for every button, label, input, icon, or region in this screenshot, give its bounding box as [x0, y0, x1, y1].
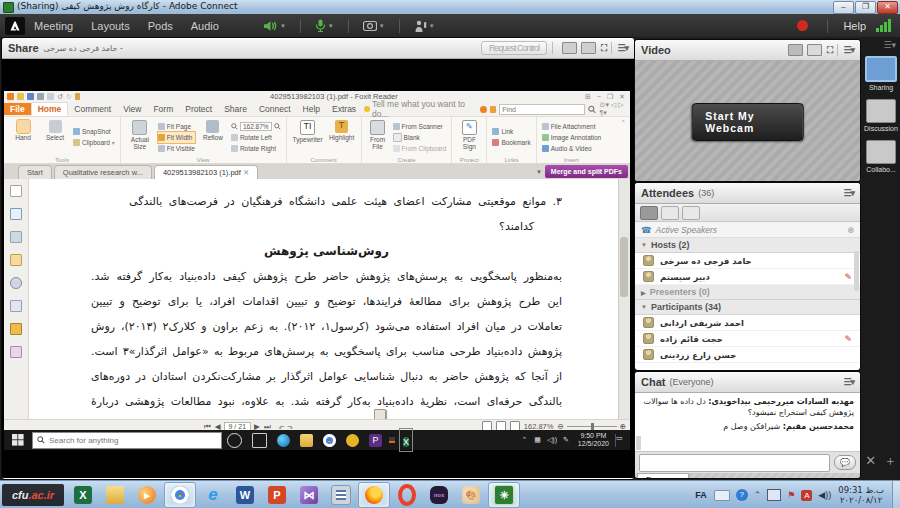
attendee-row[interactable]: دبیر سیستم✎: [635, 269, 860, 285]
language-indicator[interactable]: FA: [695, 490, 707, 500]
fit-visible-button[interactable]: Fit Visible: [158, 143, 195, 154]
attendee-row[interactable]: حجت قائم زاده✎: [635, 331, 860, 347]
excel-taskbar-icon[interactable]: X: [399, 428, 413, 452]
fit-width-button[interactable]: Fit Width: [158, 132, 195, 143]
image-annotation-button[interactable]: Image Annotation: [542, 132, 602, 143]
file-explorer-icon[interactable]: [300, 434, 313, 447]
doc-tab-qualitative[interactable]: Qualitative research w...: [54, 165, 152, 179]
attendee-status-view-button[interactable]: [682, 206, 700, 220]
active-speakers-close-icon[interactable]: ⊗: [847, 225, 854, 235]
close-tab-icon[interactable]: ✕: [243, 168, 249, 177]
nav-security-icon[interactable]: [10, 323, 22, 335]
from-file-button[interactable]: From File: [366, 119, 390, 155]
clock[interactable]: 09:31 ب.ظ۲۰۲۰/۰۸/۱۲: [838, 485, 884, 505]
foxit-tab-file[interactable]: File: [4, 103, 31, 115]
webcam-button[interactable]: ▼: [360, 19, 388, 33]
chrome-icon[interactable]: [323, 434, 336, 447]
taskbar-ie-icon[interactable]: e: [198, 483, 228, 507]
chat-send-button[interactable]: 💬: [834, 455, 856, 470]
tell-me-box[interactable]: Tell me what you want to do...: [372, 99, 481, 119]
nav-bookmarks-icon[interactable]: [10, 185, 22, 197]
foxit-tab-view[interactable]: View: [117, 103, 147, 115]
foxit-tab-comment[interactable]: Comment: [68, 103, 117, 115]
taskbar-kmplayer-icon[interactable]: ⋈: [294, 483, 324, 507]
zoom-slider[interactable]: [567, 426, 617, 427]
close-button[interactable]: ✕: [877, 1, 898, 14]
layout-discussion-thumbnail[interactable]: [866, 99, 896, 123]
menu-audio[interactable]: Audio: [191, 20, 219, 32]
chat-scrollbar[interactable]: [636, 436, 641, 450]
blank-button[interactable]: Blank: [393, 132, 447, 143]
page-view-tools[interactable]: ⊙▾ ◁ ▷ ¶▾: [600, 101, 630, 117]
select-tool[interactable]: Select: [40, 119, 70, 155]
nav-comments-icon[interactable]: [10, 254, 22, 266]
link-button[interactable]: Link: [492, 126, 530, 137]
video-grid-view-icon[interactable]: [788, 44, 803, 56]
foxit-tab-home[interactable]: Home: [31, 102, 69, 116]
snapshot-tool[interactable]: SnapShot: [73, 126, 115, 137]
menu-pods[interactable]: Pods: [148, 20, 173, 32]
doc-tab-current[interactable]: 4029513982103 (1).pdf ✕: [154, 165, 258, 179]
layouts-menu-icon[interactable]: ☰▾: [862, 37, 900, 56]
nav-pages-icon[interactable]: [10, 208, 22, 220]
antivirus-tray-icon[interactable]: A: [801, 490, 812, 501]
help-tray-icon[interactable]: ?: [736, 489, 748, 501]
tray-chevron-icon[interactable]: ⌃: [521, 436, 527, 444]
taskbar-nox-icon[interactable]: nox: [424, 483, 454, 507]
presenters-section-header[interactable]: ▶Presenters (0): [635, 285, 860, 300]
microphone-button[interactable]: ▼: [312, 18, 337, 33]
layout-sharing-thumbnail[interactable]: [865, 56, 897, 82]
cortana-icon[interactable]: [227, 433, 242, 448]
ribbon-collapse-icon[interactable]: ⌃: [617, 117, 630, 163]
video-fullscreen-icon[interactable]: ⛶: [827, 45, 832, 56]
hidden-icons-chevron[interactable]: ⌃: [754, 490, 762, 500]
powerpoint-like-icon[interactable]: P: [369, 434, 382, 447]
actual-size-button[interactable]: Actual Size: [125, 119, 155, 155]
flag-icon[interactable]: [490, 106, 496, 113]
nav-stamps-icon[interactable]: [10, 300, 22, 312]
menu-meeting[interactable]: Meeting: [34, 20, 73, 32]
add-layout-icon[interactable]: ＋: [884, 453, 897, 468]
foxit-taskbar-icon[interactable]: [389, 437, 395, 443]
help-menu[interactable]: Help: [843, 20, 866, 32]
share-view-icon[interactable]: [562, 42, 577, 54]
set-status-button[interactable]: ▼: [411, 19, 438, 33]
rotate-right-button[interactable]: Rotate Right: [231, 143, 281, 154]
taskbar-mediaplayer-icon[interactable]: ▸: [132, 483, 162, 507]
taskbar-paint-icon[interactable]: 🎨: [456, 483, 486, 507]
rotate-left-button[interactable]: Rotate Left: [231, 132, 281, 143]
task-view-icon[interactable]: [252, 433, 267, 448]
idm-icon[interactable]: [346, 434, 359, 447]
save-icon[interactable]: [27, 93, 34, 100]
tray-pen-icon[interactable]: ✎: [563, 436, 569, 444]
fullscreen-icon[interactable]: ⛶: [601, 43, 606, 54]
nav-layers-icon[interactable]: [10, 231, 22, 243]
share-view2-icon[interactable]: [581, 42, 596, 54]
volume-tray-icon[interactable]: ◀)): [818, 490, 831, 500]
bookmark-button[interactable]: Bookmark: [492, 137, 530, 148]
tray-volume-icon[interactable]: ◁)): [547, 436, 557, 444]
participants-section-header[interactable]: ▼Participants (34): [635, 300, 860, 315]
highlight-button[interactable]: THighlight: [327, 119, 357, 155]
stamp-icon[interactable]: [75, 93, 80, 100]
taskbar-explorer-icon[interactable]: [100, 483, 130, 507]
doc-tab-start[interactable]: Start: [18, 165, 52, 179]
chat-everyone-tab[interactable]: Everyone: [637, 473, 689, 478]
webcam-caret[interactable]: ▼: [379, 23, 385, 29]
edge-icon[interactable]: [277, 434, 290, 447]
taskbar-connect-icon[interactable]: ✳: [488, 482, 520, 508]
shared-search-box[interactable]: Search for anything: [32, 432, 222, 449]
pdf-sign-button[interactable]: ✎PDF Sign: [456, 119, 482, 155]
reflow-button[interactable]: Reflow: [198, 119, 228, 155]
attendees-scrollbar[interactable]: [854, 251, 859, 291]
shared-clock[interactable]: 9:50 PM12/5/2020: [578, 432, 609, 448]
chat-pod-menu-icon[interactable]: ☰▾: [843, 377, 854, 387]
display-tray-icon[interactable]: [767, 489, 781, 501]
keyboard-icon[interactable]: [714, 490, 730, 501]
doc-scrollbar[interactable]: [618, 179, 630, 419]
microphone-caret[interactable]: ▼: [328, 23, 334, 29]
print-icon[interactable]: [37, 93, 44, 100]
foxit-tab-form[interactable]: Form: [147, 103, 179, 115]
show-desktop-button[interactable]: [892, 481, 900, 508]
status-caret[interactable]: ▼: [429, 23, 435, 29]
